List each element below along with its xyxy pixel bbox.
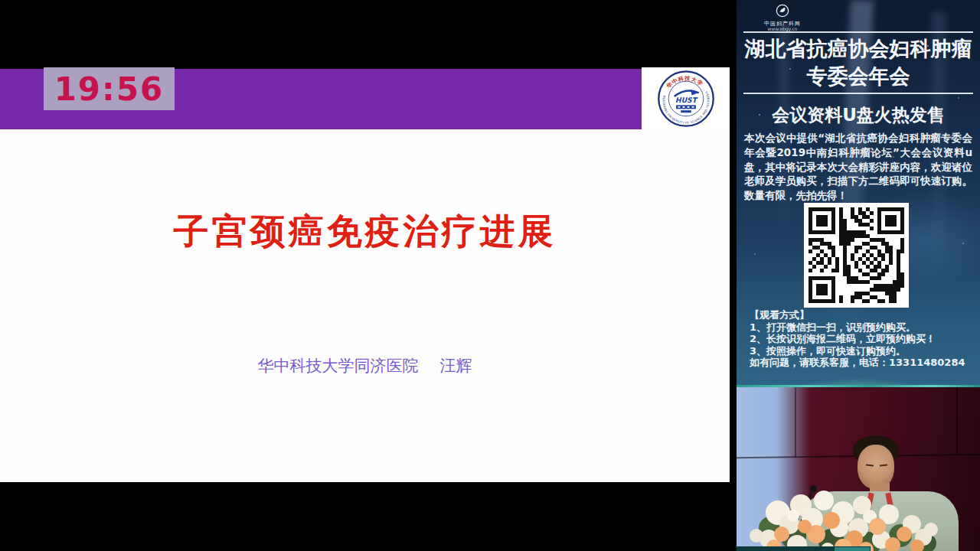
university-logo-box: 华中科技大学 HUAZHONG UNIVERSITY OF SCIENCE AN… [642,67,730,130]
divider-line [743,31,973,33]
slide-body [0,129,730,482]
timer-value: 19:56 [54,70,165,108]
promo-poster: 中国妇产科网 www.obgy.cn 湖北省抗癌协会妇科肿瘤 专委会年会 会议资… [737,0,980,385]
divider-line [743,93,973,94]
speaker-video-feed [737,385,980,551]
qr-code [804,203,909,308]
slide-byline: 华中科技大学同济医院汪辉 [0,355,730,377]
conference-title-line2: 专委会年会 [807,64,910,88]
conference-title-line1: 湖北省抗癌协会妇科肿瘤 [745,37,972,60]
qr-code-image [804,203,909,308]
watch-step: 1、打开微信扫一扫，识别预约购买。 [750,321,973,334]
wall-seam [795,387,796,458]
watch-heading: 【观看方式】 [750,309,973,321]
site-brand: 中国妇产科网 www.obgy.cn [737,4,828,32]
podium-table-glint [835,547,870,551]
wall-seam [956,387,958,455]
globe-glow-decoration [752,354,966,385]
watch-step: 2、长按识别海报二维码，立即预约购买！ [750,333,973,345]
hust-seal-icon: 华中科技大学 HUAZHONG UNIVERSITY OF SCIENCE AN… [657,70,715,128]
usb-sale-description: 本次会议中提供“湖北省抗癌协会妇科肿瘤专委会年会暨2019中南妇科肿瘤论坛”大会… [744,131,972,203]
speaker-name: 汪辉 [440,357,472,375]
affiliation-text: 华中科技大学同济医院 [258,357,419,375]
video-top-border [737,385,980,387]
presentation-timer: 19:56 [44,67,175,110]
usb-sale-heading: 会议资料U盘火热发售 [737,103,980,127]
stream-video-surface[interactable]: 19:56 华中科技大学 HUAZHONG UNIVERSITY OF SCIE… [0,0,980,551]
slide-title: 子宫颈癌免疫治疗进展 [0,208,730,256]
flower-bouquet [747,482,940,551]
obgyn-network-logo-icon [776,4,789,18]
seal-abbr-text: HUST [675,96,698,104]
conference-title: 湖北省抗癌协会妇科肿瘤 专委会年会 [737,35,980,90]
